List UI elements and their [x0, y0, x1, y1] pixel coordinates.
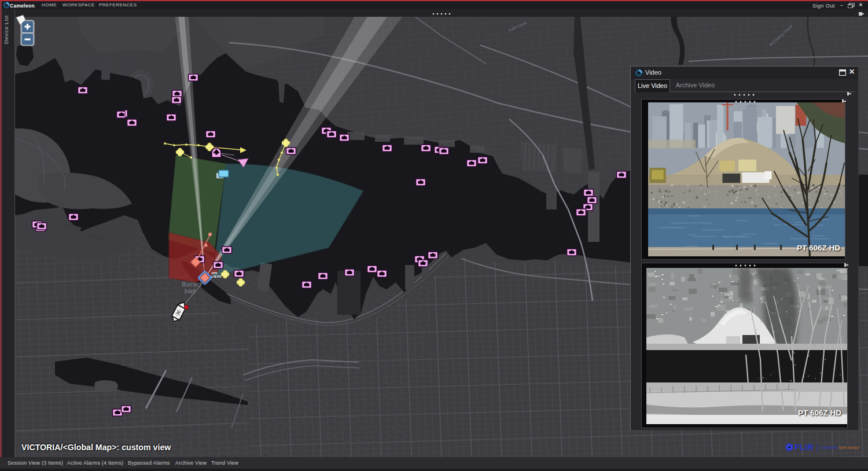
svg-text:FORWARD: FORWARD — [820, 446, 840, 450]
svg-text:2.48 IPS: 2.48 IPS — [211, 275, 221, 278]
svg-text:Sixth Sense™: Sixth Sense™ — [838, 446, 860, 450]
svg-text:FLIR: FLIR — [795, 443, 814, 452]
svg-text:Burrard: Burrard — [182, 281, 201, 288]
svg-text:4276: 4276 — [211, 272, 218, 275]
